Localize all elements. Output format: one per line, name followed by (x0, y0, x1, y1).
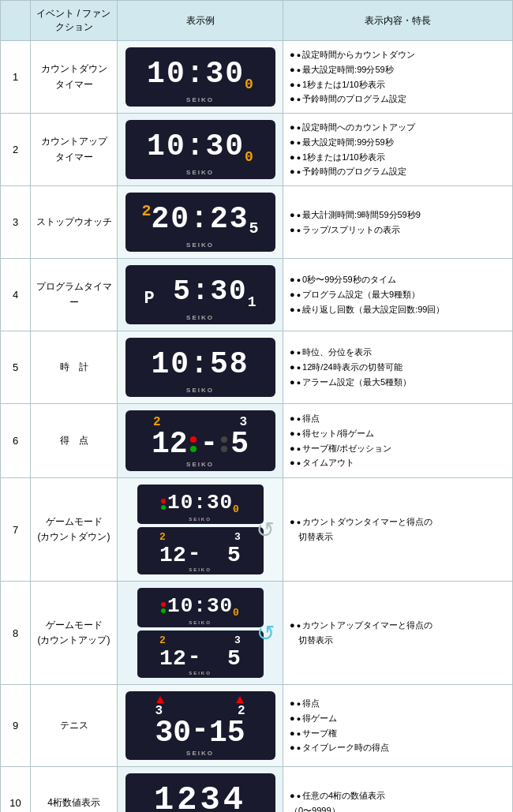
table-row: 4プログラムタイマー P 5:30 1 SEIKO ●0秒〜99分59秒のタイム… (1, 259, 513, 331)
feature-item: ●1秒または1/10秒表示 (290, 150, 506, 165)
row-number: 9 (1, 685, 31, 767)
row-display: 2 20:23 5 SEIKO (118, 186, 283, 259)
row-display: 10:30 0 SEIKO ↺ 2 12 - 3 (118, 582, 283, 685)
row-number: 8 (1, 582, 31, 685)
row-event-name: ゲームモード (カウントアップ) (31, 582, 118, 685)
row-features: ●設定時間へのカウントアップ●最大設定時間:99分59秒●1秒または1/10秒表… (283, 114, 513, 186)
row-event-name: 得 点 (31, 404, 118, 478)
feature-item: ●0秒〜99分59秒のタイム (290, 272, 506, 287)
row-display: 10:30 0 SEIKO ↻ 2 12 - 3 (118, 478, 283, 582)
feature-item: ●タイムアウト (290, 455, 506, 470)
row-number: 10 (1, 767, 31, 813)
header-event: イベント / ファンクション (31, 1, 118, 41)
row-display: 10:30 0 SEIKO (118, 41, 283, 114)
row-display: 3 30 - 2 15 SEIKO (118, 685, 283, 767)
row-number: 5 (1, 331, 31, 404)
row-event-name: 4桁数値表示 (31, 767, 118, 813)
row-event-name: ストップウオッチ (31, 186, 118, 259)
feature-item: ●タイブレーク時の得点 (290, 740, 506, 755)
feature-item: ●得セット/得ゲーム (290, 426, 506, 441)
feature-item: ●1秒または1/10秒表示 (290, 77, 506, 92)
row-event-name: カウントダウン タイマー (31, 41, 118, 114)
row-event-name: ゲームモード (カウントダウン) (31, 478, 118, 582)
row-features: ●カウントダウンタイマーと得点の 切替表示 (283, 478, 513, 582)
row-number: 2 (1, 114, 31, 186)
main-table: イベント / ファンクション 表示例 表示内容・特長 1カウントダウン タイマー… (0, 0, 513, 812)
row-number: 7 (1, 478, 31, 582)
row-display: P 5:30 1 SEIKO (118, 259, 283, 331)
table-row: 1カウントダウン タイマー 10:30 0 SEIKO ●設定時間からカウントダ… (1, 41, 513, 114)
feature-item: ●アラーム設定（最大5種類） (290, 375, 506, 390)
feature-item: ●時位、分位を表示 (290, 345, 506, 360)
row-number: 3 (1, 186, 31, 259)
row-number: 1 (1, 41, 31, 114)
row-display: 1234 SEIKO (118, 767, 283, 813)
row-display: 2 12 - 3 5 (118, 404, 283, 478)
table-row: 3ストップウオッチ 2 20:23 5 SEIKO ●最大計測時間:9時間59分… (1, 186, 513, 259)
header-features: 表示内容・特長 (283, 1, 513, 41)
feature-item: ●ラップ/スプリットの表示 (290, 223, 506, 238)
row-event-name: プログラムタイマー (31, 259, 118, 331)
table-row: 7ゲームモード (カウントダウン) 10:30 0 SEIKO ↻ (1, 478, 513, 582)
feature-item: ●サーブ権 (290, 726, 506, 741)
table-row: 9テニス 3 30 - 2 15 SEIKO ●得点●得ゲーム●サ (1, 685, 513, 767)
row-features: ●設定時間からカウントダウン●最大設定時間:99分59秒●1秒または1/10秒表… (283, 41, 513, 114)
table-row: 104桁数値表示 1234 SEIKO ●任意の4桁の数値表示 （0〜9999） (1, 767, 513, 813)
row-event-name: テニス (31, 685, 118, 767)
feature-item: ●最大設定時間:99分59秒 (290, 135, 506, 150)
table-row: 6得 点 2 12 - (1, 404, 513, 478)
feature-item: ●予鈴時間のプログラム設定 (290, 164, 506, 179)
feature-item: ●設定時間からカウントダウン (290, 47, 506, 62)
feature-item: ●設定時間へのカウントアップ (290, 120, 506, 135)
feature-item: ●プログラム設定（最大9種類） (290, 287, 506, 302)
feature-item: ●得ゲーム (290, 711, 506, 726)
feature-item: ●繰り返し回数（最大設定回数:99回） (290, 302, 506, 317)
row-number: 6 (1, 404, 31, 478)
feature-item: ●サーブ権/ポゼッション (290, 441, 506, 456)
row-number: 4 (1, 259, 31, 331)
row-features: ●得点●得ゲーム●サーブ権●タイブレーク時の得点 (283, 685, 513, 767)
row-features: ●時位、分位を表示●12時/24時表示の切替可能●アラーム設定（最大5種類） (283, 331, 513, 404)
table-row: 2カウントアップ タイマー 10:30 0 SEIKO ●設定時間へのカウントア… (1, 114, 513, 186)
feature-item: ●12時/24時表示の切替可能 (290, 360, 506, 375)
header-display: 表示例 (118, 1, 283, 41)
feature-item: ●最大設定時間:99分59秒 (290, 62, 506, 77)
table-row: 5時 計 10:58 SEIKO ●時位、分位を表示●12時/24時表示の切替可… (1, 331, 513, 404)
feature-item: ●任意の4桁の数値表示 （0〜9999） (290, 788, 506, 812)
row-features: ●0秒〜99分59秒のタイム●プログラム設定（最大9種類）●繰り返し回数（最大設… (283, 259, 513, 331)
table-row: 8ゲームモード (カウントアップ) 10:30 0 SEIKO ↺ (1, 582, 513, 685)
feature-item: ●カウントダウンタイマーと得点の 切替表示 (290, 515, 506, 544)
feature-item: ●最大計測時間:9時間59分59秒9 (290, 208, 506, 223)
row-event-name: カウントアップ タイマー (31, 114, 118, 186)
row-display: 10:58 SEIKO (118, 331, 283, 404)
feature-item: ●カウントアップタイマーと得点の 切替表示 (290, 618, 506, 647)
feature-item: ●予鈴時間のプログラム設定 (290, 92, 506, 107)
row-features: ●最大計測時間:9時間59分59秒9●ラップ/スプリットの表示 (283, 186, 513, 259)
row-event-name: 時 計 (31, 331, 118, 404)
row-features: ●任意の4桁の数値表示 （0〜9999） (283, 767, 513, 813)
feature-item: ●得点 (290, 411, 506, 426)
row-features: ●カウントアップタイマーと得点の 切替表示 (283, 582, 513, 685)
row-features: ●得点●得セット/得ゲーム●サーブ権/ポゼッション●タイムアウト (283, 404, 513, 478)
row-display: 10:30 0 SEIKO (118, 114, 283, 186)
header-num (1, 1, 31, 41)
feature-item: ●得点 (290, 696, 506, 711)
